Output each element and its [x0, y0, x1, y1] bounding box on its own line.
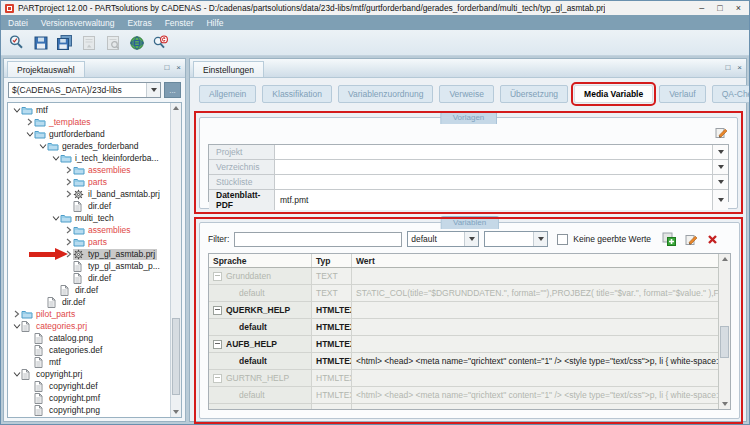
- tree-item-gerades-forderband[interactable]: gerades_forderband: [9, 140, 170, 152]
- scroll-down-icon[interactable]: [171, 407, 181, 417]
- save-all-icon[interactable]: [55, 33, 74, 52]
- column-header-wert[interactable]: Wert: [352, 254, 719, 267]
- chevron-down-icon[interactable]: [51, 155, 60, 162]
- scroll-up-icon[interactable]: [171, 103, 181, 113]
- tree-item-i-tech-kleinforderba[interactable]: i_tech_kleinforderba...: [9, 152, 170, 164]
- close-button[interactable]: ×: [736, 4, 741, 13]
- tree-item-dir-def[interactable]: dir.def: [9, 284, 170, 296]
- column-header-typ[interactable]: Typ: [312, 254, 352, 267]
- chevron-right-icon[interactable]: [64, 250, 73, 258]
- variablen-row-default[interactable]: defaultHTMLTEXT<html> <head> <meta name=…: [209, 353, 719, 370]
- tree-item-dir-def[interactable]: dir.def: [9, 296, 170, 308]
- vorlagen-row-value[interactable]: mtf.pmt: [275, 190, 712, 210]
- maximize-button[interactable]: □: [717, 4, 722, 13]
- chevron-down-icon[interactable]: [533, 232, 547, 246]
- chevron-down-icon[interactable]: [51, 215, 60, 222]
- path-combobox[interactable]: $(CADENAS_DATA)/23d-libs: [8, 82, 161, 98]
- tree-item-il-band-asmtab-prj[interactable]: il_band_asmtab.prj: [9, 188, 170, 200]
- tab-verweise[interactable]: Verweise: [439, 85, 494, 103]
- search-project-icon[interactable]: [7, 33, 26, 52]
- menu-item-versionsverwaltung[interactable]: Versionsverwaltung: [41, 18, 115, 28]
- chevron-down-icon[interactable]: [712, 175, 728, 189]
- chevron-down-icon[interactable]: [712, 145, 728, 159]
- edit-pencil-icon[interactable]: [715, 126, 728, 139]
- tree-item-copyright-pmf[interactable]: copyright.pmf: [9, 392, 170, 404]
- tree-item-copyright-def[interactable]: copyright.def: [9, 380, 170, 392]
- chevron-down-icon[interactable]: [12, 107, 21, 114]
- collapse-minus-icon[interactable]: [213, 306, 222, 315]
- chevron-right-icon[interactable]: [64, 190, 73, 198]
- menu-item-hilfe[interactable]: Hilfe: [206, 18, 223, 28]
- tree-item-dir-def[interactable]: dir.def: [9, 272, 170, 284]
- tree-item-mtf[interactable]: mtf: [9, 104, 170, 116]
- float-panel-button[interactable]: □: [164, 64, 169, 72]
- chevron-right-icon[interactable]: [64, 166, 73, 174]
- tab-variablenzuordnung[interactable]: Variablenzuordnung: [338, 85, 433, 103]
- tree-item-assemblies[interactable]: assemblies: [9, 224, 170, 236]
- browse-button[interactable]: ...: [164, 82, 181, 98]
- variablen-row-empty[interactable]: [209, 404, 719, 409]
- variablen-row-aufb-help[interactable]: AUFB_HELPHTMLTEXT: [209, 336, 719, 353]
- tree-item-parts[interactable]: parts: [9, 236, 170, 248]
- tree-item-dir-def[interactable]: dir.def: [9, 200, 170, 212]
- scroll-down-icon[interactable]: [719, 399, 730, 409]
- chevron-down-icon[interactable]: [712, 190, 728, 210]
- collapse-minus-icon[interactable]: [213, 340, 222, 349]
- chevron-right-icon[interactable]: [25, 118, 34, 126]
- tree-item-copyright-png[interactable]: copyright.png: [9, 404, 170, 416]
- vorlagen-row-value[interactable]: [275, 175, 712, 189]
- minimize-button[interactable]: –: [699, 4, 704, 13]
- tree-scrollbar[interactable]: [170, 103, 181, 417]
- close-panel-button[interactable]: ×: [176, 64, 181, 72]
- vorlagen-row-value[interactable]: [275, 160, 712, 174]
- add-icon[interactable]: [662, 232, 676, 246]
- chevron-down-icon[interactable]: [12, 323, 21, 330]
- tree-item-categories-def[interactable]: categories.def: [9, 344, 170, 356]
- tree-item-multi-tech[interactable]: multi_tech: [9, 212, 170, 224]
- filter-input[interactable]: [234, 232, 402, 247]
- search-online-icon[interactable]: [151, 33, 170, 52]
- chevron-down-icon[interactable]: [146, 83, 160, 97]
- variablen-row-querkr-help[interactable]: QUERKR_HELPHTMLTEXT: [209, 302, 719, 319]
- scrollbar-thumb[interactable]: [720, 326, 729, 358]
- tree-item-parts[interactable]: parts: [9, 176, 170, 188]
- tab-bersetzung[interactable]: Übersetzung: [500, 85, 568, 103]
- keine-geerbte-werte-checkbox[interactable]: [557, 234, 568, 245]
- variablen-row-grunddaten[interactable]: GrunddatenTEXT: [209, 268, 719, 285]
- scroll-up-icon[interactable]: [719, 254, 730, 264]
- vorlagen-row-value[interactable]: [275, 145, 712, 159]
- delete-icon[interactable]: [707, 234, 718, 245]
- edit-pencil-icon[interactable]: [685, 233, 698, 246]
- tab-klassifikation[interactable]: Klassifikation: [262, 85, 332, 103]
- scrollbar-thumb[interactable]: [172, 318, 180, 395]
- chevron-down-icon[interactable]: [712, 160, 728, 174]
- chevron-right-icon[interactable]: [64, 226, 73, 234]
- menu-item-extras[interactable]: Extras: [128, 18, 152, 28]
- chevron-down-icon[interactable]: [464, 232, 478, 246]
- variablen-row-gurtnr-help[interactable]: GURTNR_HELPHTMLTEXT: [209, 370, 719, 387]
- tree-item-typ-gl-asmtab-prj[interactable]: typ_gl_asmtab.prj: [9, 248, 170, 260]
- chevron-right-icon[interactable]: [64, 238, 73, 246]
- collapse-minus-icon[interactable]: [213, 272, 222, 281]
- variablen-row-default[interactable]: defaultHTMLTEXT<html> <head> <meta name=…: [209, 387, 719, 404]
- menu-item-fenster[interactable]: Fenster: [165, 18, 194, 28]
- tree-item-catalog-png[interactable]: catalog.png: [9, 332, 170, 344]
- tab-media-variable[interactable]: Media Variable: [574, 85, 653, 103]
- chevron-down-icon[interactable]: [25, 131, 34, 138]
- save-icon[interactable]: [31, 33, 50, 52]
- table-scrollbar[interactable]: [718, 254, 730, 409]
- tree-item-gurtforderband[interactable]: gurtforderband: [9, 128, 170, 140]
- tree-item-mtf[interactable]: mtf: [9, 356, 170, 368]
- variablen-row-default[interactable]: defaultHTMLTEXT: [209, 319, 719, 336]
- chevron-right-icon[interactable]: [12, 310, 21, 318]
- chevron-down-icon[interactable]: [12, 371, 21, 378]
- globe-icon[interactable]: [127, 33, 146, 52]
- menu-item-datei[interactable]: Datei: [8, 18, 28, 28]
- tree-item-copyright-prj[interactable]: copyright.prj: [9, 368, 170, 380]
- tree-item-assemblies[interactable]: assemblies: [9, 164, 170, 176]
- column-header-sprache[interactable]: Sprache: [209, 254, 312, 267]
- variablen-row-default[interactable]: defaultTEXTSTATIC_COL(title="$DGRUNDDATE…: [209, 285, 719, 302]
- tree-item-pilot-parts[interactable]: pilot_parts: [9, 308, 170, 320]
- tree-item-categories-prj[interactable]: categories.prj: [9, 320, 170, 332]
- chevron-down-icon[interactable]: [38, 143, 47, 150]
